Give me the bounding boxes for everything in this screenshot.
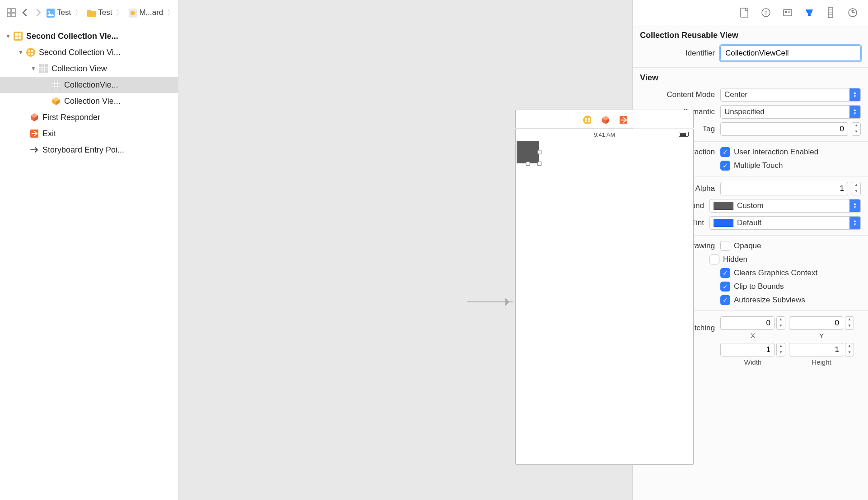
user-interaction-checkbox[interactable]: ✓	[720, 147, 730, 157]
color-swatch	[714, 202, 733, 210]
cap-w: Width	[744, 358, 761, 366]
svg-rect-36	[785, 11, 787, 13]
svg-text:?: ?	[764, 9, 767, 16]
chevron-updown-icon: ▲▼	[849, 88, 860, 101]
stretch-w-field[interactable]	[720, 343, 775, 356]
scene-device[interactable]: 9:41 AM	[515, 129, 694, 465]
autoresize-checkbox[interactable]: ✓	[720, 295, 730, 305]
crumb-label: Test	[57, 8, 71, 17]
identifier-label: Identifier	[644, 49, 720, 58]
svg-rect-35	[784, 9, 792, 16]
crumb-label: Test	[98, 8, 112, 17]
outline-collection-view[interactable]: ▼ Collection View	[0, 60, 178, 77]
color-swatch	[714, 219, 733, 227]
svg-rect-32	[741, 8, 748, 17]
chevron-updown-icon: ▲▼	[849, 106, 860, 118]
canvas[interactable]: 9:41 AM	[178, 0, 632, 500]
svg-rect-39	[828, 8, 833, 18]
outline-scene[interactable]: ▼ Second Collection Vie...	[0, 28, 178, 44]
outline-exit[interactable]: Exit	[0, 125, 178, 142]
crumb-label: M...ard	[139, 8, 163, 17]
clears-checkbox[interactable]: ✓	[720, 268, 730, 278]
svg-rect-28	[7, 9, 11, 12]
chevron-updown-icon: ▲▼	[849, 199, 860, 212]
nav-forward-button[interactable]	[32, 6, 45, 19]
stretch-y-field[interactable]	[789, 316, 843, 330]
outline-label: Second Collection Vi...	[39, 48, 121, 57]
tag-field[interactable]	[720, 122, 848, 136]
disclosure-icon[interactable]: ▼	[29, 65, 38, 72]
outline-label: First Responder	[42, 113, 100, 122]
content-mode-label: Content Mode	[644, 90, 720, 99]
user-interaction-label: User Interaction Enabled	[734, 148, 818, 157]
disclosure-icon[interactable]: ▼	[4, 33, 13, 39]
tint-select[interactable]: Default▲▼	[709, 216, 861, 230]
inspector-tab-bar: ?	[633, 0, 868, 25]
size-inspector-tab[interactable]	[825, 6, 837, 19]
tag-stepper[interactable]: ▲▼	[852, 122, 861, 136]
svg-rect-30	[7, 13, 11, 17]
controller-icon[interactable]	[582, 115, 591, 124]
exit-icon[interactable]	[618, 115, 627, 124]
resize-handle[interactable]	[537, 150, 541, 154]
entry-point-arrow-icon	[467, 301, 513, 302]
view-title: View	[633, 68, 868, 86]
stretch-y-stepper[interactable]: ▲▼	[845, 316, 854, 330]
outline-controller[interactable]: ▼ Second Collection Vi...	[0, 44, 178, 60]
opaque-label: Opaque	[734, 241, 761, 250]
outline-layout[interactable]: Collection Vie...	[0, 93, 178, 109]
stretch-x-stepper[interactable]: ▲▼	[776, 316, 785, 330]
hidden-label: Hidden	[723, 255, 747, 264]
svg-rect-31	[12, 13, 15, 17]
opaque-checkbox[interactable]	[720, 241, 730, 251]
chevron-updown-icon: ▲▼	[849, 217, 860, 229]
attributes-inspector-tab[interactable]	[803, 6, 816, 19]
resize-handle[interactable]	[537, 162, 541, 166]
outline-first-responder[interactable]: First Responder	[0, 109, 178, 125]
clip-label: Clip to Bounds	[734, 282, 784, 291]
stretch-w-stepper[interactable]: ▲▼	[776, 343, 785, 356]
outline-label: Exit	[42, 129, 56, 139]
document-outline[interactable]: ▼ Second Collection Vie... ▼ Second Coll…	[0, 25, 178, 500]
status-time: 9:41 AM	[594, 131, 616, 138]
disclosure-icon[interactable]: ▼	[16, 49, 25, 56]
cap-x: X	[751, 332, 755, 339]
help-inspector-tab[interactable]: ?	[760, 6, 772, 19]
cap-h: Height	[812, 358, 831, 366]
autoresize-label: Autoresize Subviews	[734, 296, 805, 305]
reusable-view-title: Collection Reusable View	[633, 25, 868, 44]
clears-label: Clears Graphics Context	[734, 269, 817, 278]
semantic-select[interactable]: Unspecified▲▼	[720, 105, 861, 119]
cap-y: Y	[819, 332, 824, 339]
hidden-checkbox[interactable]	[709, 255, 719, 264]
content-mode-select[interactable]: Center▲▼	[720, 88, 861, 102]
outline-label: Second Collection Vie...	[26, 32, 118, 41]
outline-cell[interactable]: CollectionVie...	[0, 77, 178, 93]
connections-inspector-tab[interactable]	[846, 6, 859, 19]
svg-rect-29	[12, 9, 15, 12]
clip-checkbox[interactable]: ✓	[720, 282, 730, 292]
first-responder-icon[interactable]	[600, 115, 609, 124]
stretch-h-field[interactable]	[789, 343, 843, 356]
outline-label: Storyboard Entry Poi...	[42, 145, 124, 155]
related-items-icon[interactable]	[5, 6, 18, 19]
outline-entry-point[interactable]: Storyboard Entry Poi...	[0, 142, 178, 158]
breadcrumb[interactable]: Test〉 Test〉 M...ard〉 M...se)〉 Se...ne〉 S…	[45, 7, 173, 18]
alpha-stepper[interactable]: ▲▼	[852, 182, 861, 195]
file-inspector-tab[interactable]	[738, 6, 751, 19]
outline-label: Collection Vie...	[64, 97, 121, 106]
battery-icon	[679, 132, 689, 137]
identifier-field[interactable]	[720, 46, 861, 61]
background-select[interactable]: Custom▲▼	[709, 199, 861, 213]
stretch-x-field[interactable]	[720, 316, 775, 330]
outline-label: Collection View	[51, 64, 107, 74]
nav-back-button[interactable]	[18, 6, 32, 19]
alpha-field[interactable]	[720, 182, 848, 195]
scene-dock[interactable]	[515, 110, 694, 128]
stretch-h-stepper[interactable]: ▲▼	[845, 343, 854, 356]
selected-cell[interactable]	[517, 141, 539, 163]
identity-inspector-tab[interactable]	[781, 6, 794, 19]
multiple-touch-label: Multiple Touch	[734, 161, 783, 170]
resize-handle[interactable]	[526, 162, 530, 166]
multiple-touch-checkbox[interactable]: ✓	[720, 161, 730, 171]
